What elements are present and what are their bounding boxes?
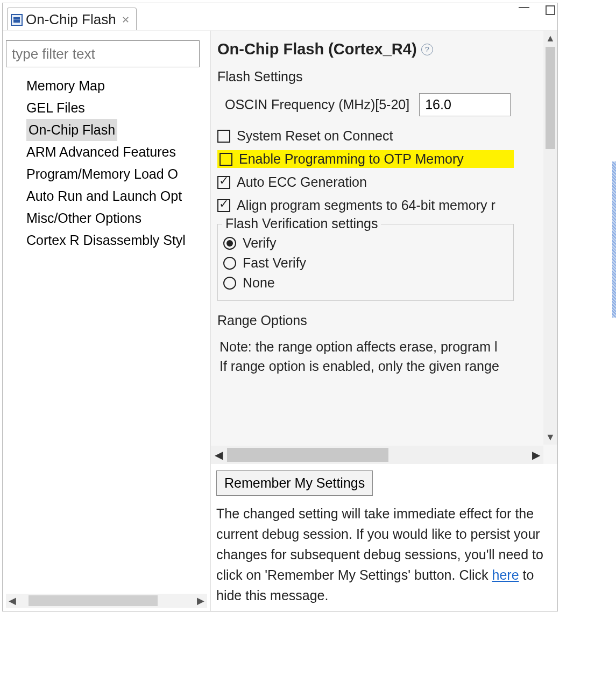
radio-icon[interactable]	[223, 277, 236, 290]
checkbox-icon[interactable]	[217, 199, 230, 212]
radio-label: None	[243, 275, 275, 291]
radio-icon[interactable]	[223, 237, 236, 250]
section-range-options: Range Options	[217, 313, 514, 328]
hide-message-link[interactable]: here	[492, 567, 519, 582]
checkbox-enable-otp[interactable]: Enable Programming to OTP Memory	[217, 150, 514, 168]
checkbox-align-64[interactable]: Align program segments to 64-bit memory …	[217, 196, 514, 214]
checkbox-icon[interactable]	[220, 153, 232, 166]
radio-none[interactable]: None	[223, 275, 508, 291]
checkbox-label: Enable Programming to OTP Memory	[239, 151, 464, 167]
tab-strip: On-Chip Flash ✕	[3, 3, 557, 31]
body: Memory Map GEL Files On-Chip Flash ARM A…	[3, 31, 557, 611]
window-controls	[519, 5, 555, 15]
tree-item-gel-files[interactable]: GEL Files	[26, 97, 210, 119]
scroll-thumb[interactable]	[546, 47, 555, 149]
checkbox-label: Align program segments to 64-bit memory …	[237, 198, 495, 213]
close-icon[interactable]: ✕	[122, 14, 130, 26]
scroll-left-icon[interactable]: ◀	[6, 594, 19, 608]
horizontal-scrollbar[interactable]: ◀ ▶	[211, 446, 543, 464]
radio-verify[interactable]: Verify	[223, 235, 508, 251]
radio-label: Verify	[243, 235, 277, 251]
checkbox-icon[interactable]	[217, 176, 230, 189]
scroll-down-icon[interactable]: ▼	[543, 430, 557, 445]
footer: Remember My Settings The changed setting…	[211, 464, 557, 611]
checkbox-label: Auto ECC Generation	[237, 174, 367, 190]
flash-view-icon	[11, 14, 23, 26]
footer-message: The changed setting will take immediate …	[216, 503, 552, 606]
oscin-input[interactable]	[419, 93, 511, 116]
on-chip-flash-view: On-Chip Flash ✕ Memory Map GEL Files On-…	[2, 3, 558, 611]
section-flash-settings: Flash Settings	[217, 69, 514, 85]
scroll-left-icon[interactable]: ◀	[211, 448, 226, 461]
tree-item-misc-other[interactable]: Misc/Other Options	[26, 207, 210, 229]
scroll-thumb[interactable]	[227, 448, 388, 462]
left-pane: Memory Map GEL Files On-Chip Flash ARM A…	[3, 31, 211, 611]
checkbox-auto-ecc[interactable]: Auto ECC Generation	[217, 173, 514, 191]
tab-title: On-Chip Flash	[26, 11, 116, 28]
radio-icon[interactable]	[223, 257, 236, 270]
page-title: On-Chip Flash (Cortex_R4)	[217, 40, 417, 58]
content-scroll-area: On-Chip Flash (Cortex_R4) ? Flash Settin…	[211, 31, 557, 464]
scroll-right-icon[interactable]: ▶	[528, 448, 543, 461]
radio-fast-verify[interactable]: Fast Verify	[223, 255, 508, 271]
range-note-line: Note: the range option affects erase, pr…	[220, 337, 514, 356]
help-icon[interactable]: ?	[421, 44, 433, 55]
remember-settings-button[interactable]: Remember My Settings	[216, 470, 373, 496]
tree-item-on-chip-flash[interactable]: On-Chip Flash	[26, 119, 117, 141]
flash-verification-group: Flash Verification settings Verify Fast …	[217, 224, 514, 301]
tree-item-auto-run-launch[interactable]: Auto Run and Launch Opt	[26, 185, 210, 207]
scroll-right-icon[interactable]: ▶	[194, 594, 207, 608]
tab-on-chip-flash[interactable]: On-Chip Flash ✕	[7, 8, 137, 30]
minimize-icon[interactable]	[519, 6, 529, 8]
checkbox-icon[interactable]	[217, 130, 230, 143]
left-horizontal-scrollbar[interactable]: ◀ ▶	[6, 594, 207, 608]
splitter-handle[interactable]	[612, 161, 616, 318]
scroll-up-icon[interactable]: ▲	[543, 31, 557, 46]
tree-item-memory-map[interactable]: Memory Map	[26, 75, 210, 97]
oscin-label: OSCIN Frequency (MHz)[5-20]	[225, 97, 409, 112]
range-note-line: If range option is enabled, only the giv…	[220, 356, 514, 376]
tree-item-arm-advanced[interactable]: ARM Advanced Features	[26, 141, 210, 163]
scroll-thumb[interactable]	[29, 595, 158, 606]
right-pane: On-Chip Flash (Cortex_R4) ? Flash Settin…	[211, 31, 557, 611]
range-note: Note: the range option affects erase, pr…	[217, 337, 514, 376]
tree-item-cortex-r-disasm[interactable]: Cortex R Disassembly Styl	[26, 229, 210, 251]
filter-input[interactable]	[6, 40, 200, 67]
settings-tree: Memory Map GEL Files On-Chip Flash ARM A…	[3, 71, 210, 251]
vertical-scrollbar[interactable]: ▲ ▼	[543, 31, 557, 445]
tree-item-program-memory-load[interactable]: Program/Memory Load O	[26, 163, 210, 185]
group-legend: Flash Verification settings	[222, 216, 381, 231]
checkbox-label: System Reset on Connect	[237, 128, 393, 144]
radio-label: Fast Verify	[243, 255, 306, 271]
checkbox-system-reset[interactable]: System Reset on Connect	[217, 127, 514, 145]
maximize-icon[interactable]	[546, 5, 555, 15]
